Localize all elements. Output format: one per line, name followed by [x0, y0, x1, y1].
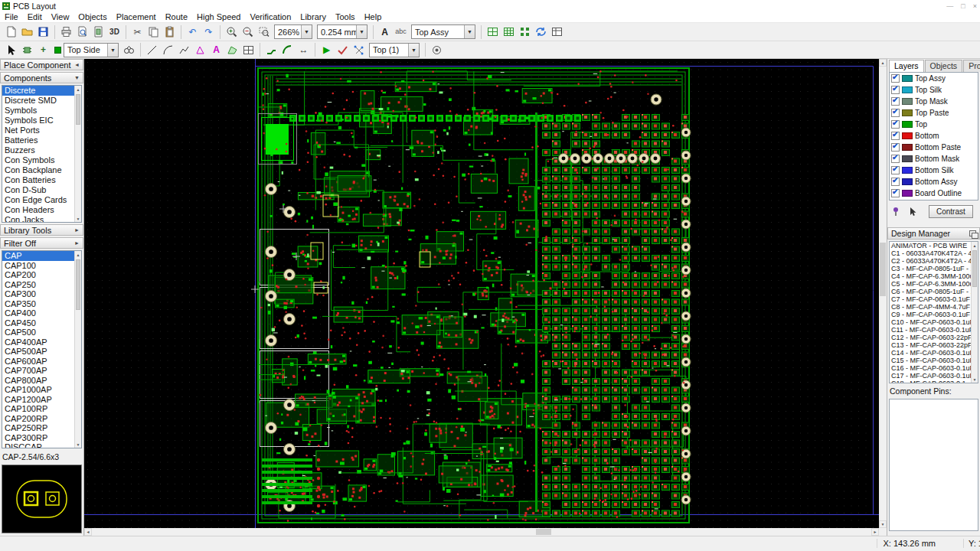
menu-item[interactable]: File — [0, 11, 23, 23]
component-grid-icon[interactable] — [485, 24, 501, 40]
design-item[interactable]: C1 - 06033A470K4T2A - 47 — [890, 249, 971, 257]
menu-item[interactable]: Tools — [331, 11, 360, 23]
part-item[interactable]: CAP350 — [2, 299, 74, 309]
layer-row[interactable]: ✔ Top — [890, 119, 978, 130]
layer-row[interactable]: ✔ Top Silk — [890, 84, 978, 96]
paste-icon[interactable] — [162, 24, 178, 40]
board-side-select[interactable]: Top Side▼ — [64, 43, 119, 57]
part-item[interactable]: CAP700AP — [2, 366, 74, 376]
design-item[interactable]: C18 - MF-CAP-0603-0.1 — [890, 380, 971, 383]
layer-visibility-checkbox[interactable]: ✔ — [891, 178, 900, 186]
layer-visibility-checkbox[interactable]: ✔ — [891, 86, 900, 94]
design-list-scrollbar[interactable]: ▲ ▼ — [971, 242, 978, 383]
category-item[interactable]: Con Batteries — [2, 175, 74, 185]
scroll-up-icon[interactable]: ▲ — [75, 86, 81, 93]
dimension-tool-icon[interactable]: ↔ — [296, 42, 312, 57]
part-item[interactable]: CAP1200AP — [2, 395, 74, 405]
canvas-horizontal-scrollbar[interactable]: ◄ ► — [84, 528, 879, 536]
part-item[interactable]: CAP300RP — [2, 433, 74, 443]
dock-panel-icon[interactable] — [969, 230, 976, 236]
zoom-out-icon[interactable] — [240, 24, 256, 40]
part-item[interactable]: CAP600AP — [2, 357, 74, 367]
part-item[interactable]: CAP250RP — [2, 423, 74, 433]
menu-item[interactable]: Edit — [23, 11, 47, 23]
design-item[interactable]: C14 - MF-CAP-0603-0.1uF — [890, 349, 971, 357]
cut-icon[interactable]: ✂ — [129, 24, 145, 40]
layer-visibility-checkbox[interactable]: ✔ — [891, 97, 900, 106]
scroll-left-icon[interactable]: ◄ — [84, 528, 92, 536]
part-item[interactable]: CAP450 — [2, 318, 74, 328]
menu-item[interactable]: Objects — [74, 11, 111, 23]
category-item[interactable]: Con Jacks — [2, 215, 74, 222]
design-item[interactable]: C7 - MF-CAP-0603-0.1uF - 0 — [890, 295, 971, 303]
part-item[interactable]: CAP400AP — [2, 337, 74, 347]
layer-row[interactable]: ✔ Board Outline — [890, 187, 978, 199]
copy-icon[interactable] — [145, 24, 162, 40]
select-tool-icon[interactable] — [3, 42, 19, 57]
category-item[interactable]: Batteries — [2, 135, 74, 145]
scroll-up-icon[interactable]: ▲ — [75, 251, 81, 258]
part-list-scrollbar[interactable]: ▲ ▼ — [74, 251, 81, 448]
menu-item[interactable]: High Speed — [192, 11, 246, 23]
maximize-button[interactable]: □ — [961, 2, 965, 10]
category-item[interactable]: Con Headers — [2, 205, 74, 215]
part-item[interactable]: CAP500 — [2, 328, 74, 337]
update-from-schematic-icon[interactable] — [533, 24, 549, 40]
panel-tab[interactable]: Layers — [889, 60, 924, 72]
design-item[interactable]: C15 - MF-CAP-0603-0.1uF — [890, 357, 971, 364]
new-document-icon[interactable] — [3, 24, 19, 40]
layer-row[interactable]: ✔ Top Mask — [890, 96, 978, 107]
layer-pin-icon[interactable] — [889, 204, 903, 219]
category-item[interactable]: Con Symbols — [2, 155, 74, 165]
design-item[interactable]: ANIMATOR - PCB WIRE — [890, 242, 971, 249]
layer-row[interactable]: ✔ Bottom Paste — [890, 142, 978, 153]
part-item[interactable]: DISCCAP — [2, 442, 74, 448]
layer-row[interactable]: ✔ Top Assy — [890, 73, 978, 84]
scroll-down-icon[interactable]: ▼ — [75, 215, 81, 222]
find-component-icon[interactable] — [121, 42, 137, 57]
line-tool-icon[interactable] — [144, 42, 160, 57]
rename-ref-icon[interactable]: abc — [393, 24, 409, 40]
close-button[interactable]: × — [973, 2, 977, 10]
design-item[interactable]: C8 - MF-CAP-4MM-4.7uF - 4 — [890, 303, 971, 311]
scroll-down-icon[interactable]: ▼ — [75, 441, 81, 448]
polyline-tool-icon[interactable] — [176, 42, 192, 57]
layer-row[interactable]: ✔ Bottom Silk — [890, 165, 978, 176]
design-item[interactable]: C6 - MF-CAP-0805-1uF - 1u — [890, 288, 971, 295]
design-item[interactable]: C17 - MF-CAP-0603-0.1uF — [890, 372, 971, 380]
panel-tab[interactable]: Objects — [925, 60, 963, 72]
design-item[interactable]: C4 - MF-CAP-6.3MM-100uF — [890, 272, 971, 280]
plot-output-icon[interactable] — [90, 24, 106, 40]
part-item[interactable]: CAP250 — [2, 280, 74, 290]
menu-item[interactable]: View — [47, 11, 74, 23]
collapse-panel-icon[interactable]: ◄ — [74, 62, 80, 67]
scroll-up-icon[interactable]: ▲ — [879, 59, 887, 67]
part-item[interactable]: CAP300 — [2, 289, 74, 299]
layer-visibility-checkbox[interactable]: ✔ — [891, 132, 900, 140]
layer-visibility-checkbox[interactable]: ✔ — [891, 74, 900, 83]
menu-item[interactable]: Help — [360, 11, 387, 23]
menu-item[interactable]: Library — [296, 11, 331, 23]
text-tool-icon[interactable]: A — [208, 42, 224, 57]
ratsnest-icon[interactable] — [351, 42, 367, 57]
via-style-icon[interactable] — [429, 42, 445, 57]
route-trace-icon[interactable] — [263, 42, 279, 57]
redo-icon[interactable]: ↷ — [201, 24, 217, 40]
layer-visibility-checkbox[interactable]: ✔ — [891, 155, 900, 163]
part-item[interactable]: CAP800AP — [2, 376, 74, 386]
category-item[interactable]: Net Ports — [2, 126, 74, 135]
menu-item[interactable]: Placement — [112, 11, 161, 23]
library-tools-header[interactable]: Library Tools ► — [0, 224, 83, 236]
pattern-grid-icon[interactable] — [501, 24, 517, 40]
part-item[interactable]: CAP400 — [2, 308, 74, 318]
print-icon[interactable] — [58, 24, 74, 40]
open-file-icon[interactable] — [19, 24, 35, 40]
save-icon[interactable] — [35, 24, 51, 40]
grid-step-select[interactable]: 0.254 mm▼ — [317, 24, 368, 39]
category-list-scrollbar[interactable]: ▲ ▼ — [74, 86, 81, 222]
layer-row[interactable]: ✔ Bottom — [890, 130, 978, 142]
canvas-vertical-scrollbar[interactable]: ▲ ▼ — [879, 59, 887, 528]
part-item[interactable]: CAP100 — [2, 261, 74, 271]
design-item[interactable]: C11 - MF-CAP-0603-0.1uF - — [890, 326, 971, 334]
category-item[interactable]: Con D-Sub — [2, 185, 74, 195]
